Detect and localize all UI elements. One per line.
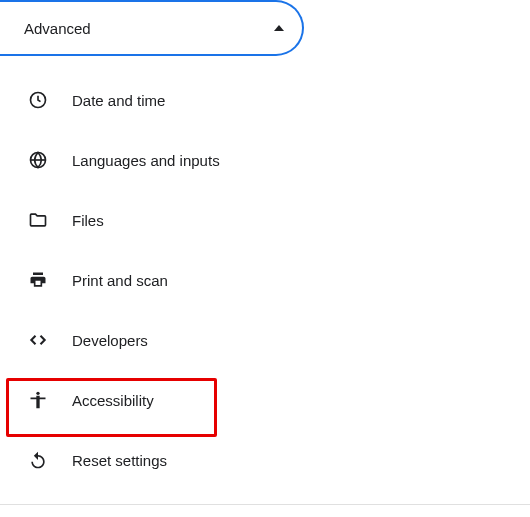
menu-item-label: Developers xyxy=(72,332,148,349)
menu-item-label: Accessibility xyxy=(72,392,154,409)
menu-item-files[interactable]: Files xyxy=(0,196,530,244)
code-icon xyxy=(28,330,48,350)
menu-item-developers[interactable]: Developers xyxy=(0,316,530,364)
menu-item-label: Date and time xyxy=(72,92,165,109)
clock-icon xyxy=(28,90,48,110)
advanced-section-header[interactable]: Advanced xyxy=(0,0,304,56)
menu-item-label: Languages and inputs xyxy=(72,152,220,169)
section-header-label: Advanced xyxy=(24,20,91,37)
printer-icon xyxy=(28,270,48,290)
folder-icon xyxy=(28,210,48,230)
menu-item-date-time[interactable]: Date and time xyxy=(0,76,530,124)
menu-item-label: Print and scan xyxy=(72,272,168,289)
menu-item-label: Files xyxy=(72,212,104,229)
menu-item-reset-settings[interactable]: Reset settings xyxy=(0,436,530,484)
reset-icon xyxy=(28,450,48,470)
bottom-divider xyxy=(0,504,530,505)
svg-point-2 xyxy=(36,392,39,395)
accessibility-icon xyxy=(28,390,48,410)
menu-item-print-scan[interactable]: Print and scan xyxy=(0,256,530,304)
chevron-up-icon xyxy=(274,25,284,31)
globe-icon xyxy=(28,150,48,170)
menu-item-accessibility[interactable]: Accessibility xyxy=(0,376,530,424)
menu-item-languages[interactable]: Languages and inputs xyxy=(0,136,530,184)
advanced-menu: Date and time Languages and inputs Files… xyxy=(0,56,530,484)
menu-item-label: Reset settings xyxy=(72,452,167,469)
